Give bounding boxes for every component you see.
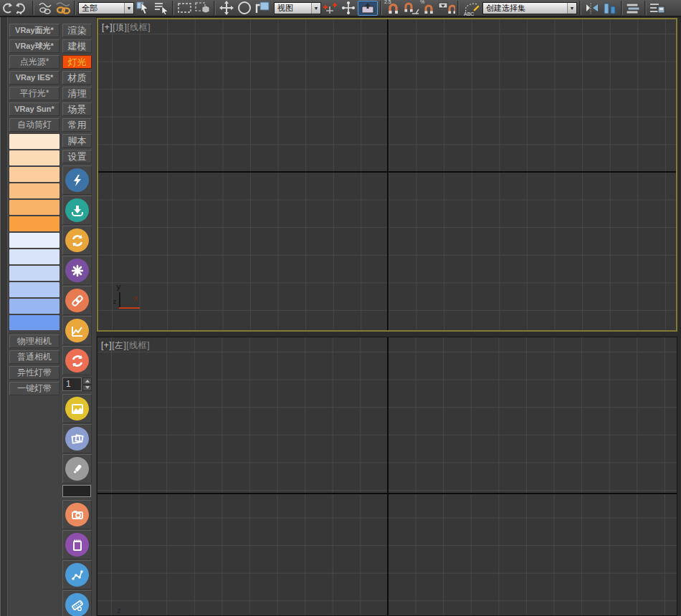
chart-icon bbox=[65, 319, 89, 342]
ibtn-path[interactable] bbox=[62, 560, 92, 589]
window-crossing-icon[interactable] bbox=[194, 0, 211, 16]
snap-toggle-icon[interactable]: 2.5 bbox=[384, 0, 401, 16]
viewport-left[interactable]: [+][左][线框] z bbox=[97, 337, 677, 616]
select-and-manipulate-icon[interactable] bbox=[340, 0, 357, 16]
count-spinner-field[interactable]: 1 bbox=[62, 377, 82, 391]
sync-icon bbox=[65, 228, 89, 252]
viewport-menu-button[interactable]: [+] bbox=[102, 22, 113, 32]
color-swatch-cool-4[interactable] bbox=[9, 282, 59, 297]
btn-auto-downlight[interactable]: 自动筒灯 bbox=[9, 118, 59, 132]
viewport-top[interactable]: [+][顶][线框] y z x bbox=[97, 18, 677, 332]
color-swatch-warm-5[interactable] bbox=[9, 200, 59, 215]
tab-clean[interactable]: 清理 bbox=[62, 87, 92, 100]
ibtn-camera[interactable] bbox=[62, 500, 92, 529]
triangle-up-icon bbox=[85, 380, 90, 382]
ibtn-image[interactable] bbox=[62, 394, 92, 423]
ibtn-lightning[interactable] bbox=[62, 165, 92, 195]
select-by-name-icon[interactable] bbox=[153, 0, 170, 16]
tab-scene[interactable]: 场景 bbox=[62, 102, 92, 116]
viewport-menu-button[interactable]: [+] bbox=[101, 340, 112, 350]
btn-shaped-lightstrip[interactable]: 异性灯带 bbox=[9, 366, 59, 380]
select-and-move-icon[interactable] bbox=[218, 0, 235, 16]
sync-alt-icon bbox=[65, 349, 89, 372]
axis-z-label: z bbox=[117, 607, 121, 615]
ibtn-ruler[interactable] bbox=[62, 590, 92, 616]
ibtn-chart[interactable] bbox=[62, 316, 92, 345]
btn-physical-camera[interactable]: 物理相机 bbox=[9, 335, 59, 348]
named-selection-sets-dropdown[interactable]: 创建选择集 ▼ bbox=[482, 2, 577, 14]
tab-light[interactable]: 灯光 bbox=[62, 55, 92, 69]
viewport-view-button[interactable]: [左] bbox=[112, 340, 126, 350]
color-swatch-cool-5[interactable] bbox=[9, 299, 59, 314]
scene-explorer-icon[interactable] bbox=[649, 0, 666, 16]
ibtn-photos[interactable] bbox=[62, 424, 92, 453]
ibtn-sync-alt[interactable] bbox=[62, 346, 92, 375]
select-object-icon[interactable] bbox=[135, 0, 152, 16]
viewport-view-button[interactable]: [顶] bbox=[113, 22, 127, 32]
align-icon[interactable] bbox=[601, 0, 619, 16]
btn-vray-area-light[interactable]: VRay面光* bbox=[9, 24, 59, 37]
ibtn-download[interactable] bbox=[62, 196, 92, 225]
ibtn-notebook[interactable] bbox=[62, 530, 92, 559]
select-and-rotate-icon[interactable] bbox=[236, 0, 253, 16]
color-swatch-warm-3[interactable] bbox=[9, 167, 59, 182]
color-swatch-warm-4[interactable] bbox=[9, 183, 59, 198]
viewport-top-label: [+][顶][线框] bbox=[102, 21, 151, 34]
undo-icon[interactable] bbox=[1, 0, 12, 16]
ibtn-link[interactable] bbox=[62, 286, 92, 315]
keyboard-override-toggle[interactable] bbox=[358, 1, 378, 16]
spinner-snap-icon[interactable] bbox=[438, 0, 455, 16]
viewport-shading-button[interactable]: [线框] bbox=[126, 340, 150, 350]
select-and-link-icon[interactable] bbox=[37, 0, 54, 16]
tab-common[interactable]: 常用 bbox=[62, 118, 92, 132]
toolbar-divider bbox=[621, 1, 623, 15]
mirror-icon[interactable] bbox=[584, 0, 601, 16]
viewport-shading-button[interactable]: [线框] bbox=[127, 22, 151, 32]
flower-icon bbox=[65, 259, 89, 282]
btn-vray-ies[interactable]: VRay IES* bbox=[9, 71, 59, 85]
viewport-area: [+][顶][线框] y z x [+][左][线框] z bbox=[97, 17, 681, 616]
reference-coordinate-dropdown[interactable]: 视图 ▼ bbox=[274, 2, 321, 14]
unlink-selection-icon[interactable] bbox=[54, 0, 72, 16]
tab-settings[interactable]: 设置 bbox=[62, 150, 92, 163]
percent-snap-icon[interactable]: % bbox=[420, 0, 437, 16]
color-swatch-cool-6[interactable] bbox=[9, 315, 59, 330]
tab-material[interactable]: 材质 bbox=[62, 71, 92, 85]
color-swatch-cool-1[interactable] bbox=[9, 233, 59, 248]
btn-vray-sphere-light[interactable]: VRay球光* bbox=[9, 39, 59, 53]
reference-coordinate-value: 视图 bbox=[275, 3, 311, 14]
color-swatch-warm-6[interactable] bbox=[9, 216, 59, 231]
ibtn-pencil[interactable] bbox=[62, 454, 92, 483]
spinner-down-button[interactable] bbox=[82, 385, 92, 392]
btn-vray-sun[interactable]: VRay Sun* bbox=[9, 102, 59, 116]
redo-icon[interactable] bbox=[13, 0, 30, 16]
btn-onekey-lightstrip[interactable]: 一键灯带 bbox=[9, 382, 59, 395]
ibtn-sync[interactable] bbox=[62, 226, 92, 255]
rectangular-selection-icon[interactable] bbox=[176, 0, 194, 16]
selection-filter-dropdown[interactable]: 全部 ▼ bbox=[78, 2, 134, 14]
btn-standard-camera[interactable]: 普通相机 bbox=[9, 350, 59, 364]
world-axis-vertical bbox=[387, 19, 389, 330]
ibtn-flower[interactable] bbox=[62, 256, 92, 285]
pencil-icon bbox=[65, 457, 89, 481]
btn-direct-light[interactable]: 平行光* bbox=[9, 87, 59, 100]
color-swatch-cool-3[interactable] bbox=[9, 266, 59, 281]
select-and-scale-icon[interactable] bbox=[254, 0, 271, 16]
tab-script[interactable]: 脚本 bbox=[62, 134, 92, 148]
axis-gizmo: y z x bbox=[113, 284, 144, 316]
axis-x-line bbox=[119, 307, 140, 309]
spinner-up-button[interactable] bbox=[82, 377, 92, 385]
axis-z-label: z bbox=[113, 298, 116, 305]
color-swatch-warm-2[interactable] bbox=[9, 150, 59, 165]
color-swatch-warm-1[interactable] bbox=[9, 134, 59, 149]
color-swatch-cool-2[interactable] bbox=[9, 249, 59, 264]
use-pivot-center-icon[interactable] bbox=[322, 0, 339, 16]
layer-manager-icon[interactable] bbox=[625, 0, 642, 16]
selection-filter-value: 全部 bbox=[79, 3, 124, 14]
tab-model[interactable]: 建模 bbox=[62, 39, 92, 53]
angle-snap-icon[interactable] bbox=[402, 0, 419, 16]
text-input[interactable] bbox=[62, 485, 91, 497]
tab-render[interactable]: 渲染 bbox=[62, 24, 92, 37]
btn-point-light[interactable]: 点光源* bbox=[9, 55, 59, 69]
edit-named-selections-icon[interactable]: ABC bbox=[462, 0, 482, 16]
